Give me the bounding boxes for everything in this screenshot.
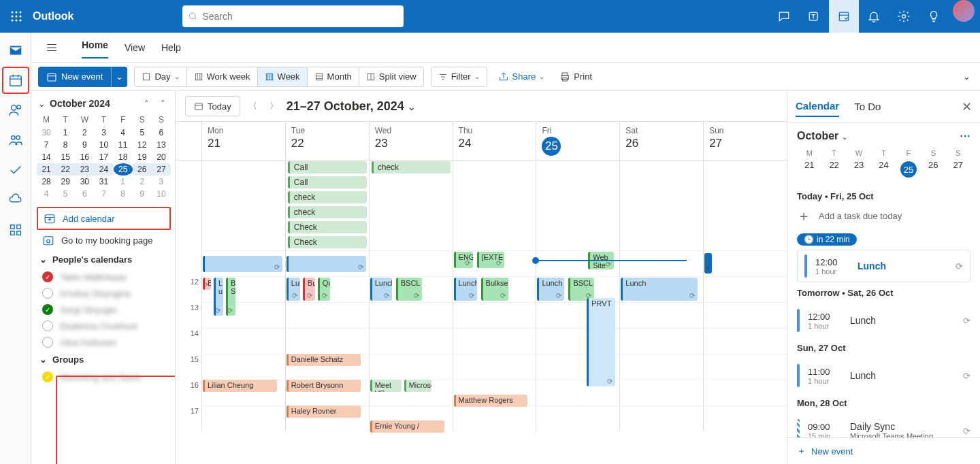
calendar-event[interactable]: PRVT⟳ <box>587 298 615 386</box>
view-month[interactable]: Month <box>308 67 359 86</box>
calendar-event[interactable]: Qu⟳ <box>318 278 330 301</box>
mini-cal-day[interactable]: 8 <box>114 188 133 200</box>
groups-rail-icon[interactable] <box>2 127 29 154</box>
calendar-event[interactable]: BSCL⟳ <box>568 278 594 301</box>
time-slot[interactable] <box>369 328 453 354</box>
next-week[interactable]: 〉 <box>270 100 278 112</box>
mini-cal-day[interactable]: 1 <box>56 127 75 139</box>
mini-cal-day[interactable]: 1 <box>114 176 133 188</box>
share-button[interactable]: Share⌄ <box>494 71 549 82</box>
right-more-icon[interactable]: ⋯ <box>960 129 970 142</box>
mini-cal-day[interactable]: 3 <box>152 176 171 188</box>
mini-cal-day[interactable]: 5 <box>133 127 152 139</box>
calendar-event[interactable]: ⟳ <box>704 253 712 274</box>
right-strip-day[interactable]: 21 <box>797 160 821 170</box>
time-slot[interactable] <box>703 328 787 354</box>
day-column-header[interactable]: Tue22 <box>285 122 369 160</box>
right-tab-todo[interactable]: To Do <box>854 97 881 116</box>
agenda-item[interactable]: 09:0015 min Daily SyncMicrosoft Teams Me… <box>797 414 970 437</box>
todo-rail-icon[interactable] <box>2 156 29 184</box>
settings-icon[interactable] <box>889 0 919 33</box>
calendar-event[interactable]: B S⟳ <box>226 278 235 316</box>
calendar-event[interactable]: Lunch⟳ <box>454 278 477 301</box>
search-input[interactable] <box>202 11 398 22</box>
mini-cal-day[interactable]: 19 <box>133 151 152 163</box>
mini-cal-day[interactable]: 14 <box>37 151 56 163</box>
day-column-header[interactable]: Sat26 <box>619 122 703 160</box>
nav-hamburger[interactable] <box>41 37 63 59</box>
agenda-item[interactable]: 12:001 hour Lunch ⟳ <box>797 250 970 282</box>
view-workweek[interactable]: Work week <box>187 67 258 86</box>
mini-cal-day[interactable]: 31 <box>94 176 113 188</box>
mini-cal-day[interactable]: 3 <box>94 127 113 139</box>
right-strip-day[interactable]: 23 <box>847 160 871 170</box>
mail-rail-icon[interactable] <box>2 37 29 64</box>
time-slot[interactable] <box>536 405 619 431</box>
time-slot[interactable] <box>703 380 787 405</box>
mini-cal-day[interactable]: 27 <box>152 163 171 176</box>
calendar-event[interactable]: Lunch⟳ <box>370 278 392 301</box>
time-slot[interactable] <box>453 328 536 354</box>
mini-cal-day[interactable]: 18 <box>114 151 133 163</box>
view-week[interactable]: Week <box>258 67 308 86</box>
new-event-dropdown[interactable]: ⌄ <box>111 67 127 87</box>
mini-cal-day[interactable]: 9 <box>133 188 152 200</box>
mini-cal-day[interactable]: 4 <box>114 127 133 139</box>
calendar-list-item[interactable]: Alisa Kettunen <box>37 334 171 350</box>
prev-week[interactable]: 〈 <box>248 100 257 112</box>
mini-cal-prev[interactable]: ˄ <box>140 99 153 109</box>
time-slot[interactable] <box>369 302 453 328</box>
right-strip-day[interactable]: 22 <box>821 160 846 170</box>
time-slot[interactable] <box>703 302 787 328</box>
booking-page-link[interactable]: Go to my booking page <box>37 230 171 250</box>
time-slot[interactable] <box>201 405 285 431</box>
time-slot[interactable] <box>619 380 703 405</box>
search-box[interactable] <box>182 5 404 27</box>
mini-cal-day[interactable]: 2 <box>75 127 94 139</box>
time-slot[interactable] <box>285 302 369 328</box>
mini-cal-day[interactable]: 13 <box>152 139 171 151</box>
allday-event[interactable]: Call <box>288 161 367 173</box>
calendar-event[interactable]: Haley Rovner <box>287 405 361 418</box>
mini-cal-day[interactable]: 30 <box>37 127 56 139</box>
mini-cal-day[interactable]: 22 <box>56 163 75 176</box>
calendar-event[interactable]: Microsoft <box>404 380 431 392</box>
mini-cal-day[interactable]: 6 <box>75 188 94 200</box>
time-slot[interactable] <box>703 405 787 431</box>
mini-cal-day[interactable]: 23 <box>75 163 94 176</box>
people-rail-icon[interactable] <box>2 97 29 124</box>
agenda-item[interactable]: 11:001 hour Lunch ⟳ <box>797 359 970 393</box>
tips-icon[interactable] <box>919 0 949 33</box>
time-slot[interactable] <box>619 302 703 328</box>
calendar-rail-icon[interactable] <box>2 67 29 94</box>
calendar-event[interactable]: ⟳ <box>287 256 366 272</box>
time-slot[interactable] <box>619 405 703 431</box>
right-month-picker[interactable]: October ⌄ <box>797 130 847 142</box>
teams-icon[interactable] <box>799 0 829 33</box>
calendar-event[interactable]: Meet VS <box>370 380 402 392</box>
allday-event[interactable]: Check <box>288 236 367 248</box>
mini-cal-day[interactable]: 25 <box>114 163 133 176</box>
mini-cal-day[interactable]: 28 <box>37 176 56 188</box>
groups-section[interactable]: ⌄Groups <box>37 350 171 369</box>
time-slot[interactable] <box>453 405 536 431</box>
time-slot[interactable] <box>201 354 285 380</box>
filter-button[interactable]: Filter⌄ <box>431 67 487 87</box>
day-column-header[interactable]: Thu24 <box>453 122 536 160</box>
view-split[interactable]: Split view <box>359 67 423 86</box>
time-slot[interactable] <box>285 328 369 354</box>
tab-help[interactable]: Help <box>161 39 181 56</box>
time-slot[interactable] <box>619 354 703 380</box>
calendar-list-item[interactable]: Ekaterina Chukhont <box>37 318 171 334</box>
notifications-icon[interactable] <box>859 0 889 33</box>
right-strip-day[interactable]: 25 <box>900 161 917 178</box>
mini-cal-collapse-icon[interactable]: ⌄ <box>38 99 46 109</box>
calendar-event[interactable]: Ernie Young / <box>370 420 444 433</box>
mini-cal-day[interactable]: 6 <box>152 127 171 139</box>
calendar-event[interactable]: Matthew Rogers <box>454 395 528 407</box>
add-task-button[interactable]: ＋Add a task due today <box>797 207 970 225</box>
close-right-pane[interactable]: ✕ <box>962 99 972 114</box>
calendar-list-item[interactable]: Kristina Sinyugina <box>37 285 171 301</box>
account-avatar[interactable] <box>953 0 975 22</box>
mini-cal-day[interactable]: 16 <box>75 151 94 163</box>
